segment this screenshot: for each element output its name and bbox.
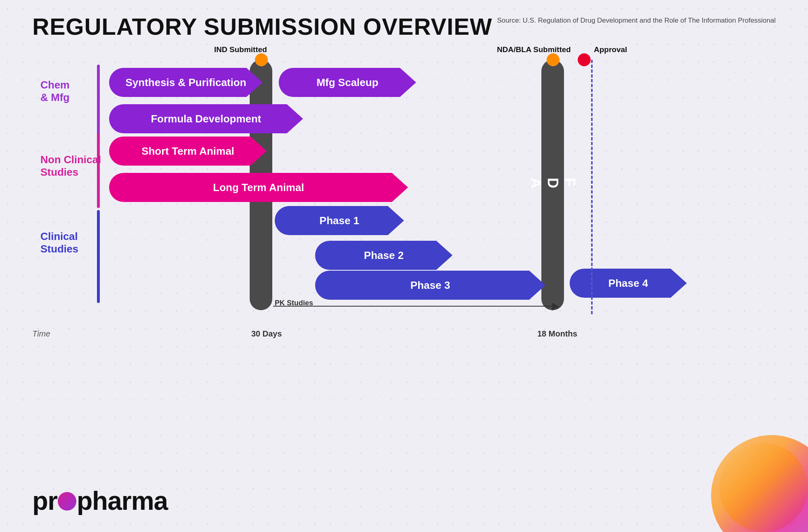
long-term-animal-arrow: Long Term Animal: [109, 173, 408, 202]
phase1-arrow: Phase 1: [275, 206, 404, 235]
18-months-label: 18 Months: [537, 329, 577, 339]
short-term-animal-arrow: Short Term Animal: [109, 137, 267, 166]
ind-dot: [255, 53, 268, 66]
pk-studies-line: [273, 306, 556, 307]
phase4-arrow: Phase 4: [570, 269, 687, 298]
approval-label: Approval: [594, 45, 627, 54]
page-title: REGULATORY SUBMISSION OVERVIEW: [32, 13, 492, 40]
nda-label: NDA/BLA Submitted: [497, 45, 571, 54]
formula-arrow: Formula Development: [109, 104, 303, 133]
time-axis-label: Time: [32, 329, 50, 339]
logo-pre: pr: [32, 486, 57, 515]
source-citation: Source: U.S. Regulation of Drug Developm…: [497, 15, 776, 26]
decorative-circle-inner: [719, 443, 808, 532]
pk-arrow-head: [552, 303, 559, 311]
mfg-scaleup-arrow: Mfg Scaleup: [279, 68, 416, 97]
company-logo: prpharma: [32, 486, 168, 516]
logo-icon: [58, 492, 76, 511]
ind-label: IND Submitted: [214, 45, 267, 54]
clinical-label: Clinical Studies: [40, 230, 78, 255]
approval-dot: [578, 53, 591, 66]
chem-category-bar: [97, 65, 100, 139]
fda-column-2: F D A: [541, 60, 564, 310]
clinical-category-bar: [97, 210, 100, 303]
logo-post: pharma: [77, 486, 168, 515]
chem-label: Chem & Mfg: [40, 79, 69, 104]
phase3-arrow: Phase 3: [315, 271, 545, 300]
30-days-label: 30 Days: [251, 329, 282, 339]
nda-dot: [547, 53, 560, 66]
phase2-arrow: Phase 2: [315, 241, 452, 270]
synthesis-arrow: Synthesis & Purification: [109, 68, 263, 97]
post-approval-dashed-line: [591, 60, 593, 314]
nonclinical-label: Non Clinical Studies: [40, 154, 101, 179]
